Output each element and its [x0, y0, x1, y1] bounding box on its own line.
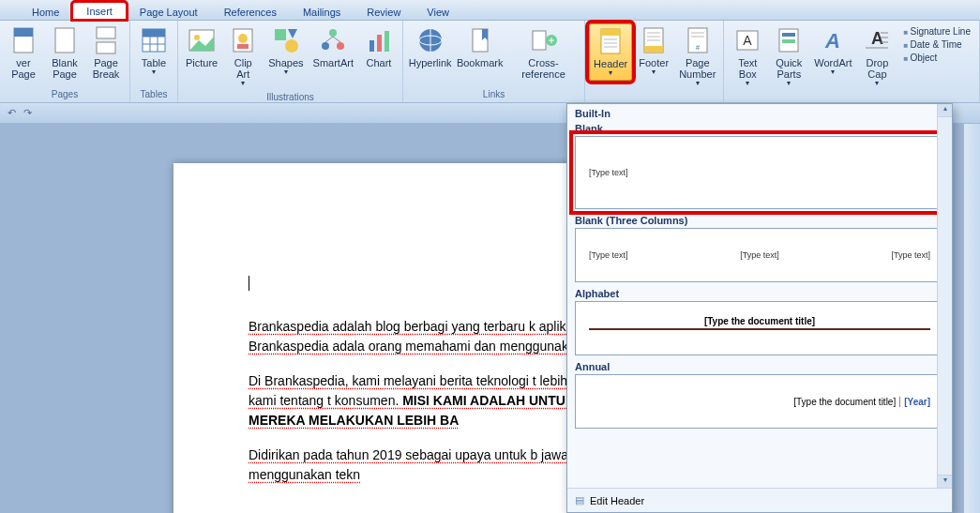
page-number-icon: #	[683, 25, 713, 55]
header-button[interactable]: Header	[589, 23, 632, 81]
gallery-item-annual[interactable]: Annual [Type the document title][Year]	[575, 361, 944, 429]
svg-rect-28	[533, 31, 546, 50]
svg-text:A: A	[744, 33, 753, 48]
tab-page-layout[interactable]: Page Layout	[127, 4, 211, 20]
header-icon	[596, 26, 626, 56]
dropcap-icon: A	[862, 25, 892, 55]
group-label: Illustrations	[182, 90, 399, 105]
svg-text:A: A	[824, 29, 840, 53]
tab-mailings[interactable]: Mailings	[290, 4, 354, 20]
svg-rect-22	[377, 35, 382, 52]
picture-icon	[187, 25, 217, 55]
blank-page-icon	[50, 25, 80, 55]
cover-page-button[interactable]: verPage	[4, 23, 43, 82]
svg-rect-10	[143, 29, 165, 37]
group-header-footer: Header Footer #PageNumber	[585, 21, 724, 102]
gallery-section-label: Built-In	[567, 104, 952, 121]
footer-button[interactable]: Footer	[634, 23, 673, 79]
svg-rect-4	[97, 42, 115, 53]
bookmark-button[interactable]: Bookmark	[455, 23, 505, 70]
text-side-list: Signature Line Date & Time Object	[898, 23, 975, 66]
chart-icon	[364, 25, 394, 55]
gallery-item-blank[interactable]: Blank [Type text]	[575, 123, 944, 209]
vertical-scrollbar[interactable]	[963, 124, 980, 513]
tab-review[interactable]: Review	[354, 4, 414, 20]
svg-point-17	[285, 39, 298, 53]
smartart-button[interactable]: SmartArt	[309, 23, 357, 70]
textbox-button[interactable]: ATextBox	[728, 23, 767, 90]
clipart-button[interactable]: ClipArt	[223, 23, 263, 90]
cross-reference-button[interactable]: Cross-reference	[506, 23, 580, 82]
svg-rect-48	[782, 39, 795, 43]
svg-point-19	[322, 42, 329, 50]
cross-reference-icon	[529, 25, 559, 55]
svg-rect-21	[369, 40, 374, 52]
tab-view[interactable]: View	[414, 4, 462, 20]
gallery-scrollbar[interactable]: ▴ ▾	[937, 104, 952, 488]
svg-rect-16	[275, 29, 286, 40]
svg-point-12	[194, 35, 200, 40]
svg-rect-1	[14, 28, 33, 37]
svg-rect-36	[644, 46, 663, 53]
page-break-icon	[91, 25, 121, 55]
gallery-item-blank-three-columns[interactable]: Blank (Three Columns) [Type text][Type t…	[575, 215, 944, 282]
table-button[interactable]: Table	[134, 23, 173, 79]
group-illustrations: Picture ClipArt Shapes SmartArt Chart Il…	[178, 21, 403, 102]
svg-rect-2	[55, 28, 74, 53]
svg-point-20	[337, 42, 344, 50]
gallery-item-alphabet[interactable]: Alphabet [Type the document title]	[575, 288, 944, 355]
clipart-icon	[228, 25, 258, 55]
dropcap-button[interactable]: ADropCap	[857, 23, 897, 90]
undo-icon[interactable]: ↶	[8, 107, 16, 119]
hyperlink-button[interactable]: Hyperlink	[407, 23, 453, 70]
scroll-down-icon[interactable]: ▾	[938, 475, 952, 488]
shapes-button[interactable]: Shapes	[264, 23, 307, 79]
group-pages: verPage BlankPage PageBreak Pages	[0, 21, 130, 102]
footer-icon	[639, 25, 669, 55]
shapes-icon	[271, 25, 301, 55]
svg-rect-23	[384, 31, 389, 52]
ribbon-tabs: Home Insert Page Layout References Maili…	[0, 0, 980, 21]
group-tables: Table Tables	[130, 21, 178, 102]
page-number-button[interactable]: #PageNumber	[675, 23, 719, 90]
tab-insert[interactable]: Insert	[72, 2, 127, 20]
tab-references[interactable]: References	[211, 4, 290, 20]
group-label: Links	[407, 87, 580, 102]
scroll-up-icon[interactable]: ▴	[938, 104, 952, 117]
chart-button[interactable]: Chart	[359, 23, 399, 70]
tab-home[interactable]: Home	[19, 4, 72, 20]
quickparts-icon	[774, 25, 804, 55]
group-label: Pages	[4, 87, 126, 102]
hyperlink-icon	[415, 25, 445, 55]
svg-rect-31	[601, 29, 620, 36]
date-time-button[interactable]: Date & Time	[900, 38, 973, 51]
quickparts-button[interactable]: QuickParts	[769, 23, 808, 90]
cover-page-icon	[8, 25, 38, 55]
blank-page-button[interactable]: BlankPage	[45, 23, 84, 82]
svg-point-14	[238, 34, 248, 43]
svg-rect-47	[782, 33, 795, 37]
svg-text:A: A	[871, 29, 883, 48]
svg-point-18	[329, 29, 337, 37]
wordart-button[interactable]: AWordArt	[810, 23, 855, 79]
bookmark-icon	[465, 25, 495, 55]
picture-button[interactable]: Picture	[182, 23, 221, 70]
group-links: Hyperlink Bookmark Cross-reference Links	[403, 21, 585, 102]
table-icon	[139, 25, 169, 55]
svg-rect-15	[237, 44, 249, 49]
svg-text:#: #	[696, 43, 701, 52]
group-label: Tables	[134, 87, 173, 102]
page-break-button[interactable]: PageBreak	[86, 23, 126, 82]
redo-icon[interactable]: ↷	[23, 107, 32, 119]
smartart-icon	[318, 25, 348, 55]
edit-header-menu-item[interactable]: Edit Header	[567, 488, 952, 512]
textbox-icon: A	[732, 25, 762, 55]
ribbon: verPage BlankPage PageBreak Pages Table …	[0, 21, 980, 103]
svg-rect-3	[97, 27, 115, 38]
group-text: ATextBox QuickParts AWordArt ADropCap Si…	[724, 21, 980, 102]
object-button[interactable]: Object	[900, 52, 973, 64]
signature-line-button[interactable]: Signature Line	[900, 25, 973, 38]
header-gallery-dropdown: Built-In Blank [Type text] Blank (Three …	[566, 103, 953, 513]
wordart-icon: A	[818, 25, 848, 55]
